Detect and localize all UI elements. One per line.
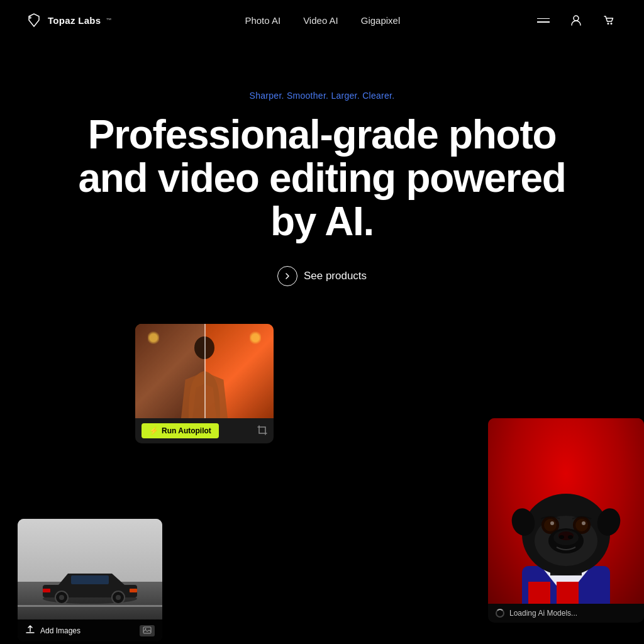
svg-point-2 <box>574 16 579 21</box>
cart-button[interactable] <box>599 10 619 30</box>
lightning-icon: ⚡ <box>149 426 158 435</box>
image-type-badge <box>140 625 155 636</box>
svg-point-32 <box>559 535 564 539</box>
svg-point-28 <box>582 521 586 525</box>
crop-icon <box>257 425 267 437</box>
photo-ai-toolbar: ⚡ Run Autopilot <box>135 418 274 443</box>
nav-actions <box>533 10 619 30</box>
car-footer: Add Images <box>18 619 162 641</box>
svg-point-26 <box>575 519 588 531</box>
run-autopilot-button[interactable]: ⚡ Run Autopilot <box>142 423 219 438</box>
svg-point-12 <box>116 595 121 600</box>
wall-light-right <box>250 330 261 345</box>
cta-circle-icon <box>277 266 297 286</box>
svg-point-10 <box>59 595 64 600</box>
photo-ai-image <box>135 324 274 418</box>
svg-point-33 <box>568 535 573 539</box>
brand-name: Topaz Labs <box>48 15 101 26</box>
upload-icon <box>25 625 35 636</box>
run-autopilot-label: Run Autopilot <box>162 426 211 435</box>
nav-links: Photo AI Video AI Gigapixel <box>245 15 400 26</box>
pug-image <box>488 418 644 604</box>
hero-title: Professional-grade photo and video editi… <box>77 113 567 243</box>
cta-label: See products <box>304 270 367 282</box>
nav-gigapixel[interactable]: Gigapixel <box>361 15 401 26</box>
svg-rect-19 <box>557 582 579 604</box>
see-products-button[interactable]: See products <box>277 266 367 286</box>
account-button[interactable] <box>566 10 586 30</box>
hero-tagline: Sharper. Smoother. Larger. Clearer. <box>250 91 395 101</box>
loading-spinner <box>496 609 504 618</box>
svg-rect-18 <box>528 582 550 604</box>
svg-rect-8 <box>71 575 109 584</box>
photo-ai-card: ⚡ Run Autopilot <box>135 324 274 443</box>
brand-logo[interactable]: Topaz Labs ™ <box>25 11 112 29</box>
car-figure <box>40 566 140 604</box>
svg-point-27 <box>550 521 554 525</box>
svg-point-16 <box>145 628 147 630</box>
add-images-label: Add Images <box>40 626 80 635</box>
pug-figure <box>509 459 623 604</box>
hero-section: Sharper. Smoother. Larger. Clearer. Prof… <box>0 40 644 311</box>
wall-light-left <box>148 330 159 345</box>
svg-point-25 <box>544 519 557 531</box>
navigation: Topaz Labs ™ Photo AI Video AI Gigapixel <box>0 0 644 40</box>
split-divider <box>204 324 206 418</box>
menu-button[interactable] <box>533 10 553 30</box>
pug-footer: Loading Ai Models... <box>488 604 644 623</box>
car-card: Add Images <box>18 519 162 641</box>
svg-point-3 <box>608 23 609 25</box>
svg-point-4 <box>611 23 613 25</box>
pug-card: Loading Ai Models... <box>488 418 644 623</box>
loading-text: Loading Ai Models... <box>509 609 577 618</box>
road-line <box>18 605 162 607</box>
showcase-section: ⚡ Run Autopilot <box>0 324 644 644</box>
svg-rect-14 <box>130 589 137 592</box>
svg-rect-13 <box>43 589 50 592</box>
nav-video-ai[interactable]: Video AI <box>303 15 338 26</box>
svg-point-1 <box>29 16 31 19</box>
car-image <box>18 519 162 619</box>
nav-photo-ai[interactable]: Photo AI <box>245 15 280 26</box>
